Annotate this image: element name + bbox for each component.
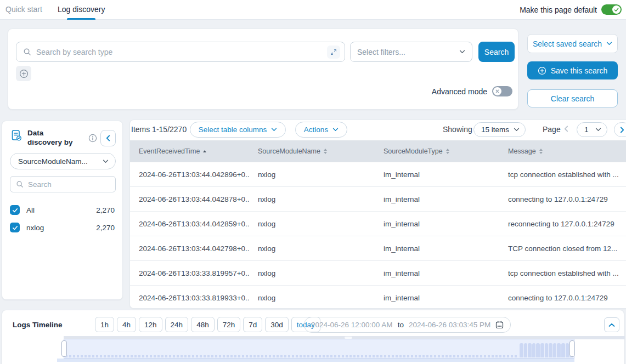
search-button[interactable]: Search [478, 42, 515, 62]
table-row[interactable]: 2024-06-26T13:03:44.042859+0...nxlogim_i… [130, 212, 626, 236]
plus-circle-icon [538, 66, 546, 75]
timeline-collapse-button[interactable] [604, 317, 619, 332]
table-row[interactable]: 2024-06-26T13:03:33.819933+0...nxlogim_i… [130, 286, 626, 309]
range-button-4h[interactable]: 4h [117, 317, 136, 332]
page-size-dropdown[interactable]: 15 items [473, 122, 526, 137]
page-number-value: 1 [584, 126, 589, 134]
clear-search-button[interactable]: Clear search [527, 89, 618, 107]
page-number-dropdown[interactable]: 1 [577, 122, 607, 137]
discovery-item-count: 2,270 [96, 206, 115, 214]
histogram-bar [524, 343, 528, 357]
logs-timeline-panel: Logs Timeline 1h4h12h24h48h72h7d30dtoday… [2, 310, 624, 364]
column-header-eventreceivedtime[interactable]: EventReceivedTime [130, 147, 249, 155]
select-filters-dropdown[interactable]: Select filters... [350, 42, 472, 62]
column-header-sourcemoduletype[interactable]: SourceModuleType [375, 147, 499, 155]
actions-label: Actions [304, 126, 328, 134]
top-tab-bar: Quick start Log discovery Make this page… [0, 0, 626, 20]
chevron-down-icon [606, 42, 612, 46]
chevron-down-icon [271, 128, 277, 132]
select-table-columns-label: Select table columns [199, 126, 267, 134]
select-filters-placeholder: Select filters... [357, 48, 405, 56]
column-header-label: SourceModuleType [384, 147, 443, 155]
discovery-item-nxlog[interactable]: nxlog2,270 [10, 219, 115, 236]
timeline-bottom-strip [57, 359, 574, 362]
discovery-value-list: All2,270nxlog2,270 [10, 201, 115, 236]
cell-module: nxlog [249, 244, 375, 253]
column-header-label: EventReceivedTime [139, 147, 200, 155]
select-saved-search-button[interactable]: Select saved search [527, 34, 618, 53]
column-header-message[interactable]: Message [499, 147, 626, 155]
sort-asc-icon [203, 150, 206, 152]
next-page-button[interactable] [614, 122, 626, 137]
save-this-search-label: Save this search [551, 66, 608, 75]
sort-icon [446, 149, 449, 154]
search-input[interactable] [36, 48, 327, 56]
range-button-12h[interactable]: 12h [139, 317, 162, 332]
search-icon [23, 48, 31, 56]
discovery-field-dropdown[interactable]: SourceModuleNam... [10, 153, 116, 169]
cell-type: im_internal [375, 195, 499, 203]
cell-module: nxlog [249, 294, 375, 302]
column-header-sourcemodulename[interactable]: SourceModuleName [249, 147, 375, 155]
cell-module: nxlog [249, 170, 375, 179]
x-icon [493, 87, 501, 95]
range-button-72h[interactable]: 72h [217, 317, 241, 332]
histogram-bar [528, 343, 532, 357]
discovery-item-all[interactable]: All2,270 [10, 201, 115, 219]
sidebar-search-input[interactable] [28, 180, 110, 189]
cell-message: connecting to 127.0.0.1:24729 [499, 294, 626, 302]
cell-message: TCP connection closed from 12... [499, 244, 626, 253]
checkbox-checked-icon[interactable] [10, 223, 20, 232]
range-button-48h[interactable]: 48h [191, 317, 215, 332]
table-row[interactable]: 2024-06-26T13:03:44.042896+0...nxlogim_i… [130, 162, 626, 187]
previous-page-icon[interactable] [564, 126, 568, 132]
range-button-24h[interactable]: 24h [165, 317, 189, 332]
add-search-row-button[interactable] [16, 66, 31, 81]
timeline-dense-histogram [520, 343, 573, 357]
advanced-mode-toggle[interactable] [492, 86, 512, 96]
tab-quick-start[interactable]: Quick start [5, 0, 42, 20]
range-button-7d[interactable]: 7d [243, 317, 262, 332]
checkbox-checked-icon[interactable] [10, 205, 20, 215]
table-row[interactable]: 2024-06-26T13:03:33.819957+0...nxlogim_i… [130, 261, 626, 286]
page-label: Page [543, 125, 561, 134]
data-discovery-sidebar: Data discovery by SourceModuleNam... All [2, 121, 123, 300]
actions-button[interactable]: Actions [295, 122, 347, 138]
search-icon [16, 180, 24, 188]
select-table-columns-button[interactable]: Select table columns [190, 122, 286, 138]
expand-search-icon[interactable] [327, 46, 340, 59]
save-this-search-button[interactable]: Save this search [527, 61, 618, 79]
date-range-picker[interactable]: 2024-06-26 12:00:00 AM to 2024-06-26 03:… [304, 317, 511, 333]
check-icon [612, 5, 621, 14]
histogram-bar [553, 343, 557, 357]
range-end-value: 2024-06-26 03:03:45 PM [409, 321, 490, 329]
table-row[interactable]: 2024-06-26T13:03:44.042798+0...nxlogim_i… [130, 236, 626, 261]
table-row[interactable]: 2024-06-26T13:03:44.042878+0...nxlogim_i… [130, 187, 626, 212]
info-icon[interactable] [88, 134, 97, 143]
sort-icon [539, 149, 543, 154]
cell-message: tcp connection established with ... [499, 170, 626, 179]
histogram-bar [557, 343, 561, 357]
cell-message: reconnecting to 127.0.0.1:24729 [499, 220, 626, 228]
cell-type: im_internal [375, 294, 499, 302]
make-default-toggle[interactable] [601, 4, 622, 15]
sidebar-search-field [10, 176, 116, 192]
cell-time: 2024-06-26T13:03:44.042859+0... [130, 220, 249, 228]
cell-message: tcp connection established with ... [499, 269, 626, 277]
cell-type: im_internal [375, 269, 499, 277]
log-table-panel: Items 1-15/2270 Select table columns Act… [129, 120, 626, 309]
range-button-30d[interactable]: 30d [265, 317, 289, 332]
data-discovery-icon [10, 129, 23, 147]
cell-time: 2024-06-26T13:03:33.819957+0... [130, 269, 249, 277]
advanced-mode-label: Advanced mode [432, 87, 487, 96]
tab-log-discovery[interactable]: Log discovery [58, 0, 105, 20]
brush-left-handle[interactable] [61, 340, 67, 357]
brush-right-handle[interactable] [569, 340, 575, 357]
timeline-brush-selection[interactable] [64, 339, 574, 359]
histogram-bar [532, 343, 536, 357]
range-button-1h[interactable]: 1h [95, 317, 114, 332]
discovery-item-count: 2,270 [96, 224, 115, 232]
sidebar-collapse-button[interactable] [100, 130, 116, 146]
chevron-down-icon [459, 50, 465, 54]
cell-module: nxlog [249, 195, 375, 203]
